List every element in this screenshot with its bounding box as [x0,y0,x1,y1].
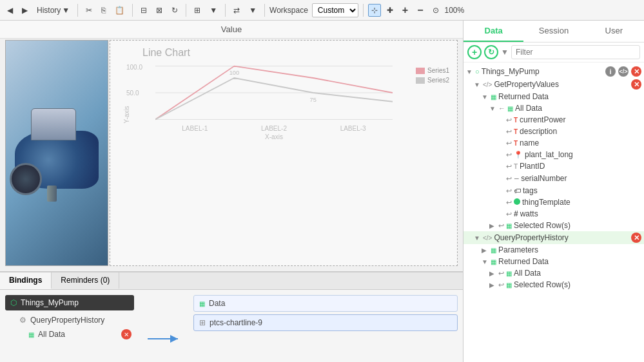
rotate-button[interactable]: ↻ [168,4,181,17]
toggle-sr1[interactable]: ▶ [489,222,498,229]
y-axis-label: Y-axis [123,106,130,124]
tab-bindings[interactable]: Bindings [0,272,52,289]
tree-query-property-history[interactable]: ▼ </> QueryPropertyHistory ✕ [463,231,644,244]
table-icon-sr1: ▦ [506,222,512,229]
right-panel: Data Session User + ↻ ▼ ▼ ○ Things_MyPum… [463,21,644,362]
layout-dropdown[interactable]: ▼ [206,4,220,17]
all-data-1-label: All Data [515,104,644,113]
cut-button[interactable]: ✂ [83,4,95,17]
tree-selected-rows-2[interactable]: ▶ ↩ ▦ Selected Row(s) [463,279,644,291]
separator-4 [225,4,226,17]
workspace-select[interactable]: Custom [312,3,358,17]
x-axis-label: X-axis [155,133,393,140]
add-button[interactable]: ✚ [384,4,396,17]
source-service-item[interactable]: ⚙ QueryPropertyHistory [5,313,134,327]
code-tag-icon-qph: </> [483,234,492,242]
transform-button[interactable]: ⇄ [230,4,243,17]
toggle-params[interactable]: ▶ [482,247,491,254]
selected-rows-1-label: Selected Row(s) [514,221,644,230]
arrow-icon-pid: ↩ [506,162,512,171]
hash-icon-w: # [514,209,518,218]
tree-PlantID[interactable]: ▶ ↩ T PlantID [463,160,644,172]
tree-returned-data-1[interactable]: ▼ ▦ Returned Data [463,91,644,102]
add-data-button[interactable]: + [467,45,482,59]
copy-button[interactable]: ⎘ [98,4,109,17]
zoom-out-button[interactable]: − [414,3,426,18]
toggle-gpv[interactable]: ▼ [474,81,483,88]
tree-plant-lat-long[interactable]: ▶ ↩ 📍 plant_lat_long [463,149,644,160]
arrow-svg [144,332,183,345]
history-dropdown[interactable]: History ▼ [34,4,73,17]
chart-title: Line Chart [142,47,451,59]
target-item-icon: ⊞ [199,318,206,327]
tree-name[interactable]: ▶ ↩ T name [463,137,644,149]
source-thing-item[interactable]: ⬡ Things_MyPump [5,295,134,310]
zoom-fit-button[interactable]: ⊙ [429,4,442,17]
forward-button[interactable]: ▶ [19,4,31,17]
code-action[interactable]: </> [618,66,629,77]
back-button[interactable]: ◀ [4,4,16,17]
toggle-ad1[interactable]: ▼ [489,105,498,112]
toggle-rd2[interactable]: ▼ [482,258,491,265]
toggle-ad2[interactable]: ▶ [489,270,498,277]
binding-source: ⬡ Things_MyPump ⚙ QueryPropertyHistory ▦… [5,295,134,357]
all-data-2-label: All Data [514,269,644,278]
x-label-1: LABEL-1 [182,125,208,132]
name-label: name [520,138,644,148]
source-leaf-item[interactable]: ▦ All Data ✕ [5,327,134,341]
tab-session[interactable]: Session [523,21,583,42]
align-left-button[interactable]: ⊟ [137,4,150,17]
zoom-in-button[interactable]: + [399,3,411,18]
tree-all-data-2[interactable]: ▶ ↩ ▦ All Data [463,267,644,279]
tab-data[interactable]: Data [463,21,523,42]
series2-label: Series2 [427,77,449,84]
binding-target: ▦ Data ⊞ ptcs-chartline-9 [193,295,458,357]
x-label-2: LABEL-2 [261,125,287,132]
tags-label: tags [523,186,644,195]
toggle-qph[interactable]: ▼ [474,234,483,242]
tree-get-property-values[interactable]: ▼ </> GetPropertyValues ✕ [463,78,644,91]
select-tool[interactable]: ⊹ [368,4,381,17]
table-icon-params: ▦ [491,247,496,254]
y-value-50: 50.0 [126,90,139,97]
arrow-icon-sn: ↩ [506,175,512,183]
tree-parameters[interactable]: ▶ ▦ Parameters [463,244,644,256]
info-action[interactable]: i [605,66,616,77]
chart-container: Line Chart Y-axis 100.0 50.0 [110,40,458,266]
gpv-close-action[interactable]: ✕ [631,79,641,90]
series1-label: Series1 [427,67,449,74]
tree-things-mypump[interactable]: ▼ ○ Things_MyPump i </> ✕ [463,65,644,78]
transform-dropdown[interactable]: ▼ [246,4,260,17]
filter-input[interactable] [511,45,640,59]
align-center-button[interactable]: ⊠ [153,4,166,17]
refresh-button[interactable]: ↻ [484,45,498,59]
tab-user[interactable]: User [584,21,644,42]
tree-all-data-1[interactable]: ▼ ← ▦ All Data [463,102,644,114]
tab-reminders[interactable]: Reminders (0) [52,272,119,289]
remove-leaf-badge[interactable]: ✕ [121,329,132,339]
qph-close-action[interactable]: ✕ [631,233,641,243]
target-item[interactable]: ⊞ ptcs-chartline-9 [193,314,458,331]
layout-button[interactable]: ⊞ [191,4,204,17]
tree-currentPower[interactable]: ▶ ↩ T currentPower [463,114,644,126]
table-icon-sr2: ▦ [506,281,512,289]
close-action[interactable]: ✕ [631,66,641,77]
arrow-icon-tt: ↩ [506,198,512,207]
tree-selected-rows-1[interactable]: ▶ ↩ ▦ Selected Row(s) [463,220,644,231]
tree-thingTemplate[interactable]: ▶ ↩ thingTemplate [463,196,644,208]
things-mypump-label: Things_MyPump [482,67,605,76]
thing-icon: ⬡ [10,298,17,307]
tree-tags[interactable]: ▶ ↩ 🏷 tags [463,185,644,196]
tree-serialNumber[interactable]: ▶ ↩ − serialNumber [463,172,644,185]
paste-button[interactable]: 📋 [112,4,128,17]
tree-returned-data-2[interactable]: ▼ ▦ Returned Data [463,256,644,267]
filter-icon: ▼ [501,48,509,57]
series2-color [416,77,425,84]
chart-legend: Series1 Series2 [416,67,449,86]
tree-watts[interactable]: ▶ ↩ # watts [463,208,644,220]
toggle-rd1[interactable]: ▼ [482,93,491,100]
tree-description[interactable]: ▶ ↩ T description [463,126,644,137]
toggle-things[interactable]: ▼ [466,68,475,75]
toggle-sr2[interactable]: ▶ [489,281,498,289]
separator-2 [132,4,133,17]
